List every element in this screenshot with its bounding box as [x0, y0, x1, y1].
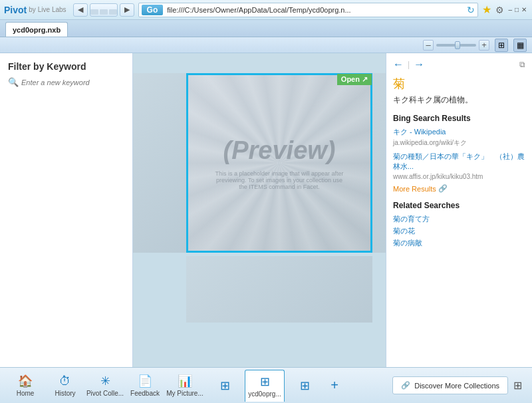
zoom-plus-button[interactable]: +	[479, 40, 489, 51]
active-tab[interactable]: ycd0oprg.nxb	[5, 22, 68, 37]
bing-result-1-link[interactable]: キク - Wikipedia	[393, 127, 525, 137]
add-icon: +	[331, 378, 338, 393]
pictures-label: My Picture...	[166, 390, 203, 397]
bottom-history-button[interactable]: ⏱ History	[45, 370, 85, 402]
pin-button[interactable]: ⧉	[519, 60, 525, 69]
bing-result-2-link[interactable]: 菊の種類／日本の華「キク」 （社）農林水...	[393, 152, 525, 172]
bottom-pivot-button[interactable]: ✳ Pivot Colle...	[85, 370, 125, 402]
more-results-icon: 🔗	[438, 184, 448, 193]
star-icon[interactable]: ★	[482, 3, 491, 16]
zoom-slider[interactable]	[436, 44, 476, 47]
forward-button[interactable]: ▶	[120, 3, 134, 17]
bottombar: 🏠 Home ⏱ History ✳ Pivot Colle... 📄 Feed…	[0, 367, 532, 403]
pivot-label: Pivot Colle...	[86, 390, 124, 397]
discover-label: Discover More Collections	[414, 382, 499, 390]
bottom-ycd-button[interactable]: ⊞ ycd0oprg...	[245, 370, 285, 402]
related-link-3[interactable]: 菊の病敵	[393, 238, 525, 248]
right-back-button[interactable]: ←	[393, 59, 404, 70]
logo-pivot-text: Pivot	[4, 5, 27, 15]
bottom-home-button[interactable]: 🏠 Home	[5, 370, 45, 402]
bar-view-button[interactable]: ▦	[513, 39, 527, 52]
filter-title: Filter by Keyword	[8, 61, 124, 72]
discover-icon: 🔗	[401, 381, 410, 390]
related-link-2[interactable]: 菊の花	[393, 226, 525, 236]
home-icon: 🏠	[18, 374, 33, 388]
app-logo: Pivot by Live Labs	[4, 5, 66, 15]
more-results-button[interactable]: More Results 🔗	[393, 184, 525, 193]
bottom-feedback-button[interactable]: 📄 Feedback	[125, 370, 165, 402]
nav-slots	[90, 3, 118, 17]
bing-result-2-url: www.affis.or.jp/kiku/kiku03.htm	[393, 173, 525, 180]
related-link-1[interactable]: 菊の育て方	[393, 214, 525, 224]
nav-controls: ◀ ▶	[73, 3, 134, 17]
feedback-icon: 📄	[138, 374, 152, 388]
refresh-icon[interactable]: ↻	[467, 5, 475, 15]
open-button[interactable]: Open ↗	[337, 74, 372, 85]
logo-livelabs-text: Live Labs	[38, 6, 66, 13]
gear-icon[interactable]: ⚙	[495, 5, 504, 15]
right-fwd-button[interactable]: →	[414, 59, 424, 70]
tabbar: ycd0oprg.nxb	[0, 20, 532, 37]
left-panel: Filter by Keyword 🔍	[0, 53, 133, 367]
bottom-grid-icon[interactable]: ⊞	[508, 376, 527, 395]
back-button[interactable]: ◀	[73, 3, 88, 17]
ycd-icon: ⊞	[260, 374, 270, 389]
main-content: Filter by Keyword 🔍 ( Open ↗ (Preview) T…	[0, 53, 532, 367]
url-text: file:///C:/Users/Owner/AppData/Local/Tem…	[167, 6, 464, 14]
ycd-label: ycd0oprg...	[248, 390, 281, 398]
center-canvas: ( Open ↗ (Preview) This is a placeholder…	[133, 53, 386, 367]
zoombar: – + ⊞ ▦	[0, 37, 532, 53]
bing-result-1-url: ja.wikipedia.org/wiki/キク	[393, 138, 525, 148]
bing-title: Bing Search Results	[393, 114, 525, 123]
jp-title: 菊	[393, 76, 525, 92]
grid3-icon: ⊞	[300, 378, 310, 393]
go-button[interactable]: Go	[142, 5, 164, 15]
titlebar: Pivot by Live Labs ◀ ▶ Go file:///C:/Use…	[0, 0, 532, 20]
zoom-thumb[interactable]	[455, 41, 460, 49]
zoom-minus-button[interactable]: –	[423, 40, 434, 51]
bottom-add-button[interactable]: +	[325, 370, 344, 402]
pictures-icon: 📊	[178, 374, 192, 388]
address-bar[interactable]: Go file:///C:/Users/Owner/AppData/Local/…	[138, 3, 479, 17]
maximize-button[interactable]: □	[515, 6, 519, 13]
keyword-input[interactable]	[21, 78, 124, 86]
jp-subtitle: キク科キク属の植物。	[393, 94, 525, 106]
history-icon: ⏱	[59, 374, 71, 388]
search-icon: 🔍	[8, 77, 19, 87]
related-title: Related Searches	[393, 201, 525, 210]
history-label: History	[55, 390, 75, 397]
preview-box: Open ↗ (Preview) This is a placeholder i…	[186, 73, 372, 253]
home-label: Home	[17, 390, 35, 397]
related-section: Related Searches 菊の育て方 菊の花 菊の病敵	[393, 201, 525, 248]
right-panel: ← | → ⧉ 菊 キク科キク属の植物。 Bing Search Results…	[386, 53, 532, 367]
bottom-grid3-button[interactable]: ⊞	[285, 370, 325, 402]
keyword-input-row: 🔍	[8, 77, 124, 87]
grid1-icon: ⊞	[220, 378, 230, 393]
preview-watermark: (Preview) This is a placeholder image th…	[213, 136, 346, 190]
bottom-grid1-button[interactable]: ⊞	[205, 370, 245, 402]
grid-view-button[interactable]: ⊞	[495, 39, 508, 52]
pivot-icon: ✳	[100, 374, 110, 388]
bing-section: Bing Search Results キク - Wikipedia ja.wi…	[393, 114, 525, 193]
bottom-pictures-button[interactable]: 📊 My Picture...	[165, 370, 205, 402]
more-results-text: More Results	[393, 185, 436, 193]
right-nav: ← | → ⧉	[393, 59, 525, 70]
preview-text: (Preview)	[213, 136, 346, 165]
feedback-label: Feedback	[130, 390, 160, 397]
logo-by-text: by	[29, 6, 36, 13]
discover-collections-button[interactable]: 🔗 Discover More Collections	[392, 376, 508, 394]
minimize-button[interactable]: –	[508, 6, 512, 13]
preview-subtext: This is a placeholder image that will ap…	[213, 170, 346, 190]
close-button[interactable]: ✕	[521, 6, 527, 13]
